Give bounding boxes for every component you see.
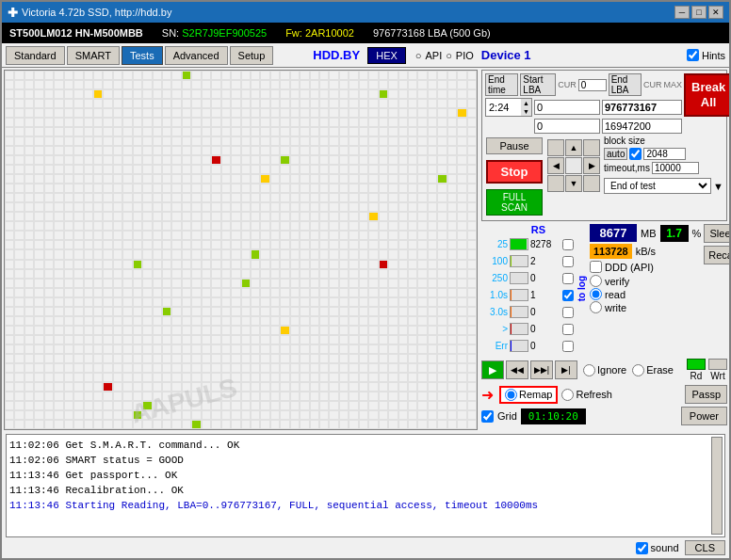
arrow-up-btn[interactable]: ▲ (565, 139, 582, 156)
scan-cell (251, 401, 260, 410)
hex-button[interactable]: HEX (367, 47, 406, 64)
passp-button[interactable]: Passp (685, 385, 727, 404)
read-radio[interactable] (590, 288, 602, 300)
scan-cell (339, 71, 349, 80)
scan-cell (142, 269, 152, 279)
auto-checkbox[interactable] (629, 148, 642, 160)
cls-button[interactable]: CLS (685, 540, 725, 555)
scan-cell (379, 165, 388, 174)
refresh-option[interactable]: Refresh (561, 389, 612, 401)
close-button[interactable]: ✕ (708, 6, 723, 19)
sector-checkbox[interactable] (562, 239, 574, 250)
stop-button[interactable]: Stop (486, 160, 543, 184)
block-size-input[interactable] (643, 148, 686, 160)
remap-radio[interactable] (505, 389, 517, 401)
scan-cell (329, 354, 338, 363)
sector-checkbox[interactable] (562, 273, 574, 284)
arrow-right-btn[interactable]: ▶ (583, 157, 600, 174)
scan-cell (202, 165, 211, 174)
scan-cell (191, 297, 201, 307)
end-lba-input2[interactable] (602, 119, 682, 134)
scan-cell (447, 363, 457, 373)
scan-cell (457, 202, 466, 212)
sector-checkbox[interactable] (562, 307, 574, 318)
scan-cell (14, 382, 24, 392)
tab-advanced[interactable]: Advanced (165, 46, 228, 65)
pause-button[interactable]: Pause (486, 137, 543, 154)
maximize-button[interactable]: □ (691, 6, 707, 19)
scan-cell (171, 260, 181, 269)
rewind-button[interactable]: ◀◀ (506, 360, 528, 379)
recall-button[interactable]: Recall (704, 246, 729, 264)
time-up-btn[interactable]: ▲ (521, 99, 531, 107)
refresh-radio[interactable] (561, 389, 574, 401)
remap-option[interactable]: Remap (499, 386, 558, 404)
scan-cell (310, 184, 319, 193)
power-button[interactable]: Power (681, 407, 727, 425)
arrow-left-btn[interactable]: ◀ (547, 157, 564, 174)
scan-cell (191, 335, 201, 344)
skip-button[interactable]: ▶▶| (530, 360, 553, 379)
tab-smart[interactable]: SMART (67, 46, 120, 65)
write-option[interactable]: write (590, 301, 701, 313)
start-lba-input[interactable] (534, 100, 600, 115)
grid-checkbox[interactable] (481, 410, 494, 423)
second-lba-input[interactable] (534, 119, 600, 134)
sound-checkbox[interactable] (636, 542, 648, 554)
scan-cell (349, 184, 358, 193)
scan-cell (447, 99, 457, 108)
scan-cell (133, 316, 142, 326)
sector-checkbox[interactable] (562, 290, 574, 301)
end-lba-input[interactable] (602, 100, 682, 115)
write-radio[interactable] (590, 301, 602, 313)
scan-cell (319, 269, 329, 279)
scan-cell (398, 155, 408, 165)
sector-checkbox[interactable] (562, 341, 574, 352)
log-scrollbar[interactable] (711, 437, 723, 535)
scan-cell (34, 382, 43, 392)
break-all-button[interactable]: Break All (684, 73, 729, 117)
minimize-button[interactable]: ─ (674, 6, 690, 19)
scan-cell (300, 221, 309, 231)
tab-tests[interactable]: Tests (122, 46, 163, 65)
full-scan-button[interactable]: FULL SCAN (486, 189, 543, 216)
scan-cell (142, 316, 152, 326)
end-of-test-select[interactable]: End of test (604, 178, 711, 194)
scan-cell (329, 184, 338, 193)
timeout-input[interactable] (652, 162, 699, 174)
scan-cell (103, 89, 112, 99)
erase-option[interactable]: Erase (632, 364, 674, 376)
sleep-button[interactable]: Sleep (704, 224, 729, 243)
scan-cell (251, 212, 260, 221)
sector-checkbox[interactable] (562, 324, 574, 335)
scan-cell (310, 373, 319, 382)
hints-checkbox[interactable] (687, 49, 699, 61)
ignore-radio[interactable] (583, 364, 595, 376)
lba-row1: End time Start LBA CUR End LBA CUR MAX (485, 73, 682, 96)
scan-cell (221, 363, 231, 373)
scan-cell (467, 269, 477, 279)
log-area[interactable]: 11:02:06 Get S.M.A.R.T. command... OK11:… (6, 434, 725, 537)
tab-setup[interactable]: Setup (230, 46, 274, 65)
erase-radio[interactable] (632, 364, 644, 376)
read-option[interactable]: read (590, 288, 701, 300)
play-button[interactable]: ▶ (481, 360, 504, 379)
time-down-btn[interactable]: ▼ (521, 107, 531, 116)
verify-option[interactable]: verify (590, 275, 701, 287)
verify-radio[interactable] (590, 275, 602, 287)
scan-cell (14, 335, 24, 344)
scan-cell (270, 155, 280, 165)
scan-cell (241, 260, 251, 269)
scan-cell (93, 202, 103, 212)
ddd-checkbox[interactable] (590, 261, 602, 273)
end-button[interactable]: ▶| (555, 360, 577, 379)
tab-standard[interactable]: Standard (6, 46, 65, 65)
sector-checkbox[interactable] (562, 256, 574, 267)
scan-cell (122, 316, 132, 326)
scan-cell (93, 231, 103, 240)
arrow-down-btn[interactable]: ▼ (565, 175, 582, 192)
scan-cell (467, 354, 477, 363)
scan-cell (34, 202, 43, 212)
cur-field1[interactable] (578, 79, 607, 91)
ignore-option[interactable]: Ignore (583, 364, 626, 376)
